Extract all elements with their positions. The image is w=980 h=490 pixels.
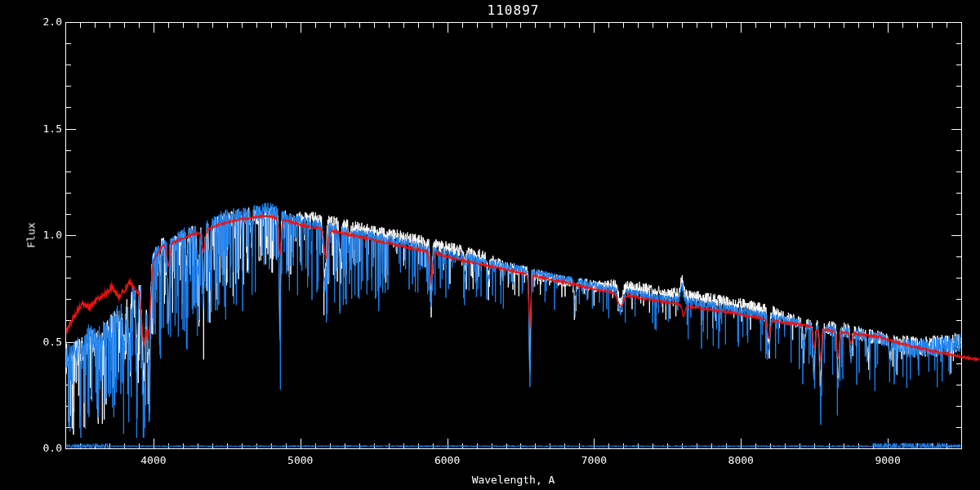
y-tick-label: 0.0 [21,442,62,454]
y-tick-label: 1.5 [21,122,62,135]
x-tick-label: 7000 [581,454,607,466]
y-tick-label: 0.5 [21,336,62,348]
x-tick-label: 4000 [140,454,166,466]
x-tick-label: 5000 [287,454,313,466]
x-tick-label: 6000 [434,454,460,466]
spectrum-plot-canvas [0,0,980,490]
y-tick-label: 2.0 [21,16,62,28]
x-tick-label: 9000 [875,454,900,466]
x-tick-label: 8000 [728,454,754,466]
x-axis-label: Wavelength, A [65,474,961,486]
plot-title: 110897 [65,2,961,18]
y-tick-label: 1.0 [21,229,62,241]
spectrum-plot-window: 110897 Wavelength, A Flux 40005000600070… [0,0,980,490]
